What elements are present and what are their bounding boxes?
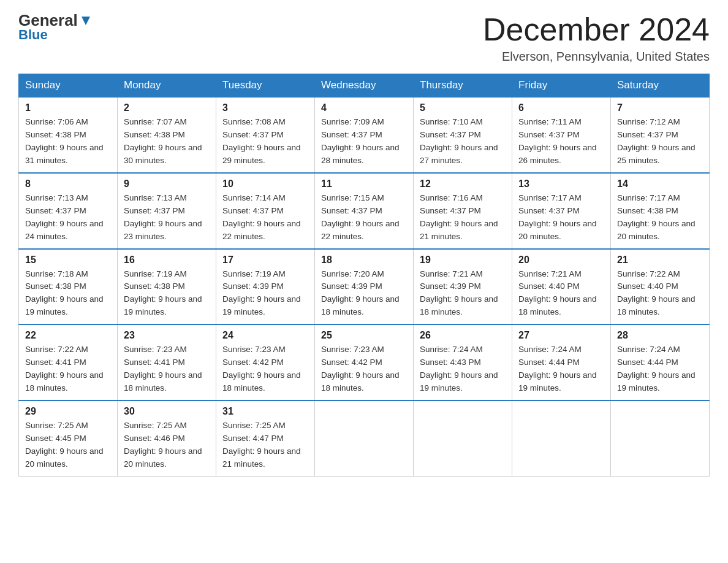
day-number: 6	[518, 102, 604, 113]
day-info: Sunrise: 7:23 AMSunset: 4:42 PMDaylight:…	[321, 343, 407, 395]
calendar-day-29: 29Sunrise: 7:25 AMSunset: 4:45 PMDayligh…	[19, 400, 118, 476]
calendar-day-15: 15Sunrise: 7:18 AMSunset: 4:38 PMDayligh…	[19, 249, 118, 325]
empty-cell	[414, 400, 512, 476]
day-number: 14	[617, 178, 703, 190]
calendar-day-24: 24Sunrise: 7:23 AMSunset: 4:42 PMDayligh…	[216, 324, 315, 400]
weekday-header-sunday: Sunday	[19, 74, 118, 98]
day-info: Sunrise: 7:17 AMSunset: 4:38 PMDaylight:…	[617, 192, 703, 243]
day-number: 12	[420, 178, 506, 190]
empty-cell	[315, 400, 414, 476]
day-info: Sunrise: 7:10 AMSunset: 4:37 PMDaylight:…	[420, 116, 506, 167]
day-number: 1	[25, 102, 111, 113]
day-number: 18	[321, 255, 407, 266]
day-info: Sunrise: 7:24 AMSunset: 4:44 PMDaylight:…	[518, 343, 604, 395]
day-info: Sunrise: 7:08 AMSunset: 4:37 PMDaylight:…	[222, 116, 308, 167]
location: Elverson, Pennsylvania, United States	[483, 50, 710, 64]
calendar-day-10: 10Sunrise: 7:14 AMSunset: 4:37 PMDayligh…	[216, 173, 315, 249]
calendar-day-8: 8Sunrise: 7:13 AMSunset: 4:37 PMDaylight…	[19, 173, 118, 249]
calendar-week-row: 22Sunrise: 7:22 AMSunset: 4:41 PMDayligh…	[19, 324, 710, 400]
calendar-day-14: 14Sunrise: 7:17 AMSunset: 4:38 PMDayligh…	[611, 173, 710, 249]
calendar-day-5: 5Sunrise: 7:10 AMSunset: 4:37 PMDaylight…	[414, 97, 512, 173]
calendar-header-row: SundayMondayTuesdayWednesdayThursdayFrid…	[19, 74, 710, 98]
day-number: 19	[420, 255, 506, 266]
calendar-day-13: 13Sunrise: 7:17 AMSunset: 4:37 PMDayligh…	[512, 173, 611, 249]
calendar-week-row: 1Sunrise: 7:06 AMSunset: 4:38 PMDaylight…	[19, 97, 710, 173]
calendar-day-31: 31Sunrise: 7:25 AMSunset: 4:47 PMDayligh…	[216, 400, 315, 476]
day-number: 13	[518, 178, 604, 190]
day-info: Sunrise: 7:14 AMSunset: 4:37 PMDaylight:…	[222, 192, 308, 243]
logo-general: General	[18, 12, 78, 28]
day-info: Sunrise: 7:19 AMSunset: 4:38 PMDaylight:…	[124, 268, 210, 320]
calendar-day-19: 19Sunrise: 7:21 AMSunset: 4:39 PMDayligh…	[414, 249, 512, 325]
day-info: Sunrise: 7:15 AMSunset: 4:37 PMDaylight:…	[321, 192, 407, 243]
day-number: 23	[124, 330, 210, 341]
calendar-table: SundayMondayTuesdayWednesdayThursdayFrid…	[18, 74, 710, 476]
day-info: Sunrise: 7:13 AMSunset: 4:37 PMDaylight:…	[25, 192, 111, 243]
day-number: 9	[124, 178, 210, 190]
day-info: Sunrise: 7:25 AMSunset: 4:46 PMDaylight:…	[124, 419, 210, 471]
day-number: 30	[124, 406, 210, 417]
day-info: Sunrise: 7:21 AMSunset: 4:39 PMDaylight:…	[420, 268, 506, 320]
day-number: 28	[617, 330, 703, 341]
calendar-day-22: 22Sunrise: 7:22 AMSunset: 4:41 PMDayligh…	[19, 324, 118, 400]
day-number: 24	[222, 330, 308, 341]
empty-cell	[512, 400, 611, 476]
logo-blue: Blue	[18, 27, 48, 43]
calendar-day-11: 11Sunrise: 7:15 AMSunset: 4:37 PMDayligh…	[315, 173, 414, 249]
day-info: Sunrise: 7:23 AMSunset: 4:42 PMDaylight:…	[222, 343, 308, 395]
calendar-day-30: 30Sunrise: 7:25 AMSunset: 4:46 PMDayligh…	[118, 400, 216, 476]
day-number: 22	[25, 330, 111, 341]
day-number: 26	[420, 330, 506, 341]
weekday-header-thursday: Thursday	[414, 74, 512, 98]
day-info: Sunrise: 7:25 AMSunset: 4:47 PMDaylight:…	[222, 419, 308, 471]
day-info: Sunrise: 7:24 AMSunset: 4:44 PMDaylight:…	[617, 343, 703, 395]
day-number: 25	[321, 330, 407, 341]
weekday-header-friday: Friday	[512, 74, 611, 98]
day-number: 20	[518, 255, 604, 266]
weekday-header-wednesday: Wednesday	[315, 74, 414, 98]
calendar-day-18: 18Sunrise: 7:20 AMSunset: 4:39 PMDayligh…	[315, 249, 414, 325]
calendar-day-21: 21Sunrise: 7:22 AMSunset: 4:40 PMDayligh…	[611, 249, 710, 325]
day-info: Sunrise: 7:22 AMSunset: 4:41 PMDaylight:…	[25, 343, 111, 395]
month-title: December 2024	[483, 12, 710, 47]
calendar-day-23: 23Sunrise: 7:23 AMSunset: 4:41 PMDayligh…	[118, 324, 216, 400]
day-info: Sunrise: 7:11 AMSunset: 4:37 PMDaylight:…	[518, 116, 604, 167]
day-number: 29	[25, 406, 111, 417]
day-number: 17	[222, 255, 308, 266]
calendar-day-2: 2Sunrise: 7:07 AMSunset: 4:38 PMDaylight…	[118, 97, 216, 173]
calendar-day-16: 16Sunrise: 7:19 AMSunset: 4:38 PMDayligh…	[118, 249, 216, 325]
day-number: 8	[25, 178, 111, 190]
day-info: Sunrise: 7:22 AMSunset: 4:40 PMDaylight:…	[617, 268, 703, 320]
day-info: Sunrise: 7:25 AMSunset: 4:45 PMDaylight:…	[25, 419, 111, 471]
logo: General Blue	[18, 12, 93, 43]
day-info: Sunrise: 7:12 AMSunset: 4:37 PMDaylight:…	[617, 116, 703, 167]
day-number: 21	[617, 255, 703, 266]
svg-marker-0	[82, 17, 90, 25]
day-number: 16	[124, 255, 210, 266]
day-number: 2	[124, 102, 210, 113]
day-info: Sunrise: 7:16 AMSunset: 4:37 PMDaylight:…	[420, 192, 506, 243]
calendar-week-row: 8Sunrise: 7:13 AMSunset: 4:37 PMDaylight…	[19, 173, 710, 249]
weekday-header-saturday: Saturday	[611, 74, 710, 98]
weekday-header-tuesday: Tuesday	[216, 74, 315, 98]
calendar-day-25: 25Sunrise: 7:23 AMSunset: 4:42 PMDayligh…	[315, 324, 414, 400]
day-number: 31	[222, 406, 308, 417]
day-info: Sunrise: 7:21 AMSunset: 4:40 PMDaylight:…	[518, 268, 604, 320]
day-number: 5	[420, 102, 506, 113]
calendar-day-28: 28Sunrise: 7:24 AMSunset: 4:44 PMDayligh…	[611, 324, 710, 400]
day-info: Sunrise: 7:06 AMSunset: 4:38 PMDaylight:…	[25, 116, 111, 167]
calendar-day-9: 9Sunrise: 7:13 AMSunset: 4:37 PMDaylight…	[118, 173, 216, 249]
calendar-week-row: 15Sunrise: 7:18 AMSunset: 4:38 PMDayligh…	[19, 249, 710, 325]
day-number: 11	[321, 178, 407, 190]
logo-arrow-icon	[79, 14, 93, 28]
calendar-day-6: 6Sunrise: 7:11 AMSunset: 4:37 PMDaylight…	[512, 97, 611, 173]
day-info: Sunrise: 7:19 AMSunset: 4:39 PMDaylight:…	[222, 268, 308, 320]
day-info: Sunrise: 7:20 AMSunset: 4:39 PMDaylight:…	[321, 268, 407, 320]
calendar-week-row: 29Sunrise: 7:25 AMSunset: 4:45 PMDayligh…	[19, 400, 710, 476]
calendar-day-3: 3Sunrise: 7:08 AMSunset: 4:37 PMDaylight…	[216, 97, 315, 173]
day-info: Sunrise: 7:13 AMSunset: 4:37 PMDaylight:…	[124, 192, 210, 243]
calendar-day-26: 26Sunrise: 7:24 AMSunset: 4:43 PMDayligh…	[414, 324, 512, 400]
calendar-day-7: 7Sunrise: 7:12 AMSunset: 4:37 PMDaylight…	[611, 97, 710, 173]
calendar-day-27: 27Sunrise: 7:24 AMSunset: 4:44 PMDayligh…	[512, 324, 611, 400]
day-number: 15	[25, 255, 111, 266]
